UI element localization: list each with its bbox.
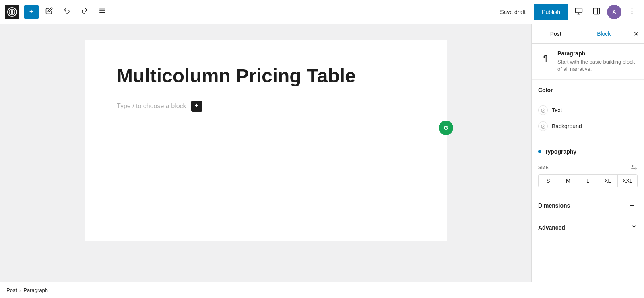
monitor-icon: [575, 7, 583, 16]
background-color-option[interactable]: ⊘ Background: [538, 118, 638, 134]
advanced-section-title: Advanced: [538, 224, 565, 231]
publish-button[interactable]: Publish: [534, 4, 568, 20]
inline-plus-icon: +: [194, 102, 199, 110]
color-section-header[interactable]: Color ⋮: [532, 80, 644, 101]
typography-section: Typography ⋮ SIZE: [532, 141, 644, 194]
font-size-buttons: S M L XL XXL: [538, 174, 638, 187]
breadcrumb-separator: ›: [19, 287, 21, 293]
wp-logo: [5, 5, 19, 19]
typography-section-menu-button[interactable]: ⋮: [626, 146, 638, 157]
svg-rect-7: [594, 8, 600, 14]
pen-icon: [45, 7, 53, 16]
add-block-toolbar-button[interactable]: +: [24, 5, 39, 19]
slash-icon: ⊘: [541, 107, 546, 114]
color-options: ⊘ Text ⊘ Background: [532, 101, 644, 141]
dimensions-section: Dimensions +: [532, 194, 644, 217]
sidebar-tabs: Post Block ✕: [532, 24, 644, 44]
dimensions-section-header[interactable]: Dimensions +: [532, 194, 644, 217]
grammarly-icon: G: [444, 125, 448, 131]
size-btn-l[interactable]: L: [578, 175, 598, 187]
inline-add-block-button[interactable]: +: [191, 101, 202, 112]
svg-point-15: [635, 168, 636, 169]
color-section: Color ⋮ ⊘ Text ⊘ Background: [532, 80, 644, 141]
view-button[interactable]: [572, 5, 586, 19]
typography-title-wrap: Typography: [538, 148, 576, 155]
block-details: Paragraph Start with the basic building …: [557, 50, 638, 73]
size-label: SIZE: [538, 164, 638, 171]
block-sidebar: Post Block ✕ ¶ Paragraph Start with the …: [531, 24, 644, 282]
main-area: Multicolumn Pricing Table Type / to choo…: [0, 24, 644, 282]
toolbar: +: [0, 0, 644, 24]
wp-logo-icon: [7, 7, 17, 17]
typography-controls: SIZE S M L XL XXL: [532, 162, 644, 194]
text-color-label: Text: [552, 107, 562, 113]
background-color-swatch: ⊘: [538, 121, 548, 131]
close-icon: ✕: [634, 30, 639, 38]
redo-button[interactable]: [77, 5, 92, 19]
text-color-option[interactable]: ⊘ Text: [538, 102, 638, 118]
settings-sidebar-button[interactable]: [589, 5, 604, 19]
post-title[interactable]: Multicolumn Pricing Table: [117, 64, 415, 88]
advanced-section-header[interactable]: Advanced: [532, 217, 644, 238]
typography-active-dot: [538, 150, 541, 153]
background-color-label: Background: [552, 123, 582, 129]
options-menu-button[interactable]: [625, 5, 639, 19]
document-overview-button[interactable]: [95, 5, 109, 19]
plus-icon: +: [29, 8, 34, 16]
breadcrumb-bar: Post › Paragraph: [0, 282, 644, 298]
svg-point-11: [632, 13, 633, 14]
typography-section-header[interactable]: Typography ⋮: [532, 141, 644, 162]
list-icon: [99, 7, 106, 16]
size-btn-xxl[interactable]: XXL: [618, 175, 637, 187]
color-section-menu-button[interactable]: ⋮: [626, 84, 638, 96]
size-adjust-icon[interactable]: [630, 164, 638, 171]
size-btn-xl[interactable]: XL: [598, 175, 618, 187]
tools-button[interactable]: [42, 5, 56, 19]
save-draft-button[interactable]: Save draft: [495, 6, 530, 18]
avatar-letter: A: [612, 9, 616, 15]
sidebar-toggle-icon: [592, 7, 601, 16]
size-btn-m[interactable]: M: [558, 175, 578, 187]
grammarly-button[interactable]: G: [439, 121, 453, 135]
dimensions-section-title: Dimensions: [538, 202, 570, 209]
undo-icon: [63, 7, 70, 16]
advanced-section: Advanced: [532, 217, 644, 238]
user-avatar-button[interactable]: A: [607, 5, 621, 19]
typography-section-title: Typography: [545, 148, 576, 155]
text-color-swatch: ⊘: [538, 105, 548, 115]
chevron-down-icon: [630, 223, 638, 232]
svg-point-14: [632, 166, 633, 167]
undo-button[interactable]: [60, 5, 74, 19]
editor-content: Multicolumn Pricing Table Type / to choo…: [85, 40, 447, 241]
ellipsis-icon: [628, 7, 636, 16]
color-section-title: Color: [538, 87, 553, 93]
block-info: ¶ Paragraph Start with the basic buildin…: [532, 44, 644, 80]
block-title: Paragraph: [557, 50, 638, 57]
svg-point-9: [632, 8, 633, 10]
block-description: Start with the basic building block of a…: [557, 58, 638, 73]
redo-icon: [81, 7, 88, 16]
editor-canvas[interactable]: Multicolumn Pricing Table Type / to choo…: [0, 24, 531, 282]
block-placeholder-area[interactable]: Type / to choose a block +: [117, 101, 415, 112]
paragraph-block-icon: ¶: [538, 51, 553, 66]
svg-point-10: [632, 11, 633, 12]
dimensions-add-button[interactable]: +: [626, 200, 638, 211]
placeholder-text: Type / to choose a block: [117, 103, 186, 110]
tab-block[interactable]: Block: [580, 24, 628, 43]
tab-post[interactable]: Post: [532, 24, 580, 43]
breadcrumb-post[interactable]: Post: [6, 287, 17, 293]
slash-icon-bg: ⊘: [541, 123, 546, 130]
breadcrumb-current: Paragraph: [23, 287, 48, 293]
svg-rect-4: [576, 8, 582, 13]
size-btn-s[interactable]: S: [539, 175, 558, 187]
close-sidebar-button[interactable]: ✕: [628, 26, 644, 42]
